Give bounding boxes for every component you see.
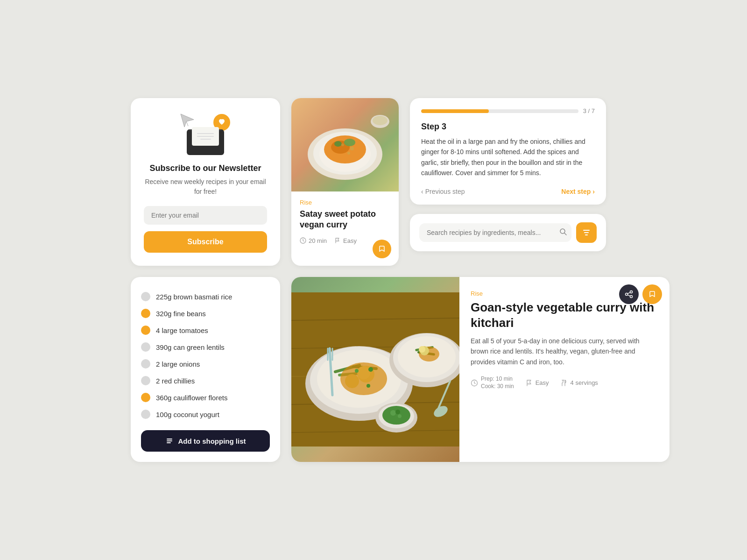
svg-point-61: [630, 296, 633, 298]
goan-servings-meta: 4 servings: [560, 379, 598, 387]
time-meta: 20 min: [300, 237, 327, 244]
goan-recipe-image: [291, 277, 459, 462]
ingredient-label-8: 100g coconut yogurt: [156, 411, 219, 418]
chevron-right-icon: ›: [592, 188, 595, 195]
svg-point-55: [395, 410, 400, 414]
goan-difficulty-meta: Easy: [525, 379, 549, 387]
ingredient-dot-4: [141, 342, 150, 352]
newsletter-subtitle: Receive new weekly recipes in your email…: [144, 177, 267, 197]
ingredient-5: 2 large onions: [141, 355, 270, 372]
prep-label: Prep: 10 min: [481, 376, 514, 383]
ingredients-card: 225g brown basmati rice 320g fine beans …: [131, 277, 280, 462]
search-input[interactable]: [419, 223, 571, 242]
ingredient-1: 225g brown basmati rice: [141, 288, 270, 305]
svg-point-35: [340, 362, 387, 395]
svg-point-38: [366, 384, 370, 388]
chevron-left-icon: ‹: [421, 188, 423, 195]
svg-point-9: [350, 147, 354, 150]
ingredient-8: 100g coconut yogurt: [141, 406, 270, 423]
cutlery-icon: [560, 379, 568, 387]
ingredient-dot-1: [141, 292, 150, 301]
ingredient-label-1: 225g brown basmati rice: [156, 293, 232, 301]
flag-icon: [525, 379, 533, 387]
ingredient-dot-8: [141, 410, 150, 419]
step-navigation: ‹ Previous step Next step ›: [421, 188, 595, 195]
subscribe-button[interactable]: Subscribe: [144, 231, 267, 253]
ingredient-2: 320g fine beans: [141, 305, 270, 322]
time-stack: Prep: 10 min Cook: 30 min: [481, 376, 514, 390]
svg-line-63: [627, 295, 630, 296]
svg-point-56: [398, 414, 402, 418]
ingredient-label-3: 4 large tomatoes: [156, 326, 208, 334]
share-button[interactable]: [619, 284, 639, 304]
search-input-wrap: [419, 223, 571, 242]
cook-label: Cook: 30 min: [481, 383, 514, 390]
ingredient-6: 2 red chillies: [141, 372, 270, 389]
svg-point-60: [626, 293, 628, 296]
ingredient-label-6: 2 red chillies: [156, 377, 195, 385]
bookmark-icon: [648, 291, 656, 298]
satay-bookmark-button[interactable]: [373, 240, 391, 258]
paper-plane-icon: [180, 113, 195, 128]
svg-point-13: [373, 116, 388, 125]
progress-bar-fill: [421, 109, 489, 113]
steps-card: 3 / 7 Step 3 Heat the oil in a large pan…: [410, 98, 606, 205]
add-shopping-label: Add to shopping list: [178, 437, 246, 445]
step-heading: Step 3: [421, 122, 595, 132]
svg-point-36: [368, 367, 373, 372]
flag-icon: [334, 237, 341, 244]
goan-food-illustration: [291, 292, 459, 447]
satay-title: Satay sweet potato vegan curry: [300, 209, 390, 231]
satay-source: Rise: [300, 199, 390, 206]
search-icon-button[interactable]: [559, 228, 567, 237]
goan-difficulty-label: Easy: [536, 379, 549, 386]
clock-icon: [300, 237, 306, 244]
step-text: Heat the oil in a large pan and fry the …: [421, 136, 595, 178]
share-icon: [625, 290, 633, 298]
progress-label: 3 / 7: [583, 107, 595, 114]
svg-line-1: [186, 121, 188, 126]
right-column-top: 3 / 7 Step 3 Heat the oil in a large pan…: [410, 98, 606, 266]
next-step-button[interactable]: Next step ›: [561, 188, 595, 195]
time-value: 20 min: [309, 237, 327, 244]
svg-point-37: [355, 369, 359, 373]
search-icon: [559, 228, 567, 235]
satay-recipe-card: Rise Satay sweet potato vegan curry 20 m…: [291, 98, 399, 266]
goan-meta: Prep: 10 min Cook: 30 min Easy: [471, 376, 658, 390]
svg-point-7: [344, 139, 355, 146]
email-input[interactable]: [144, 206, 267, 225]
search-card: [410, 214, 606, 251]
svg-point-8: [334, 141, 342, 147]
goan-time-meta: Prep: 10 min Cook: 30 min: [471, 376, 514, 390]
ingredient-dot-5: [141, 359, 150, 369]
svg-point-53: [382, 406, 410, 425]
envelope-icon: [187, 129, 224, 155]
difficulty-meta: Easy: [334, 237, 357, 244]
svg-marker-0: [181, 114, 194, 127]
goan-title: Goan-style vegetable curry with kitchari: [471, 300, 658, 330]
add-to-shopping-list-button[interactable]: Add to shopping list: [141, 430, 270, 452]
ingredient-label-5: 2 large onions: [156, 360, 200, 368]
progress-bar-wrap: 3 / 7: [421, 107, 595, 114]
svg-line-16: [564, 233, 566, 235]
goan-description: Eat all 5 of your 5-a-day in one delicio…: [471, 336, 658, 367]
difficulty-value: Easy: [343, 237, 357, 244]
bookmark-icon: [378, 245, 386, 253]
goan-recipe-body: Rise Goan-style vegetable curry with kit…: [459, 277, 669, 462]
food-illustration: [298, 98, 392, 191]
ingredient-label-2: 320g fine beans: [156, 310, 206, 318]
goan-bookmark-button[interactable]: [642, 284, 662, 304]
ingredient-dot-3: [141, 326, 150, 335]
progress-bar-bg: [421, 109, 578, 113]
prev-step-button[interactable]: ‹ Previous step: [421, 188, 465, 195]
filter-icon: [582, 228, 591, 237]
svg-point-11: [347, 152, 350, 155]
ingredient-dot-7: [141, 393, 150, 402]
recipe-actions: [619, 284, 662, 304]
ingredient-dot-6: [141, 376, 150, 385]
newsletter-icon-wrap: [180, 113, 231, 155]
newsletter-card: Subscribe to our Newsletter Receive new …: [131, 98, 280, 266]
svg-point-50: [419, 346, 425, 353]
filter-button[interactable]: [576, 222, 597, 243]
newsletter-title: Subscribe to our Newsletter: [149, 163, 261, 173]
